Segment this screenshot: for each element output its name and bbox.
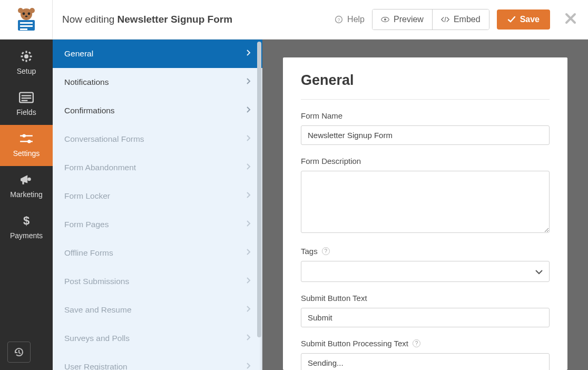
- chevron-right-icon: [246, 191, 251, 201]
- submit-text-label: Submit Button Text: [301, 294, 550, 303]
- svg-point-3: [22, 13, 25, 15]
- settings-tab-label: Surveys and Polls: [64, 334, 130, 343]
- submit-text-input[interactable]: [301, 308, 550, 327]
- svg-point-29: [22, 134, 25, 137]
- settings-card: General Form Name Form Description Tags …: [283, 57, 567, 370]
- rail-payments-label: Payments: [10, 231, 43, 240]
- history-button[interactable]: [7, 342, 31, 363]
- settings-tab-save-and-resume[interactable]: Save and Resume: [53, 296, 262, 324]
- svg-rect-9: [20, 28, 27, 30]
- rail-payments[interactable]: $ Payments: [0, 207, 53, 248]
- preview-embed-group: Preview Embed: [372, 9, 489, 30]
- svg-point-15: [24, 54, 28, 59]
- submit-processing-help-icon[interactable]: ?: [413, 339, 420, 347]
- dollar-icon: $: [19, 215, 34, 227]
- top-actions: ? Help Preview Embed Save: [335, 9, 579, 30]
- settings-tab-label: Notifications: [64, 77, 109, 87]
- svg-text:$: $: [23, 215, 30, 227]
- rail-settings-label: Settings: [13, 149, 40, 158]
- chevron-right-icon: [246, 49, 251, 59]
- settings-tab-confirmations[interactable]: Confirmations: [53, 96, 262, 125]
- settings-tab-surveys-and-polls[interactable]: Surveys and Polls: [53, 324, 262, 353]
- field-form-description: Form Description: [301, 157, 550, 235]
- preview-button[interactable]: Preview: [373, 9, 432, 30]
- rail-fields[interactable]: Fields: [0, 84, 53, 125]
- settings-tab-post-submissions[interactable]: Post Submissions: [53, 267, 262, 296]
- help-label: Help: [347, 15, 365, 24]
- wpforms-logo-icon: [13, 7, 40, 32]
- form-name-input[interactable]: [301, 125, 550, 145]
- settings-tab-label: Offline Forms: [64, 248, 113, 258]
- field-tags: Tags ?: [301, 247, 550, 282]
- form-description-input[interactable]: [301, 171, 550, 233]
- close-button[interactable]: [563, 11, 579, 28]
- chevron-right-icon: [246, 163, 251, 172]
- help-link[interactable]: ? Help: [335, 15, 365, 24]
- form-fields-icon: [19, 91, 34, 104]
- rail-marketing-label: Marketing: [10, 190, 42, 199]
- embed-button[interactable]: Embed: [432, 9, 489, 30]
- settings-tab-label: Form Pages: [64, 220, 109, 229]
- settings-tab-label: Form Locker: [64, 191, 110, 201]
- settings-tab-offline-forms[interactable]: Offline Forms: [53, 239, 262, 267]
- logo: [0, 0, 53, 40]
- rail-marketing[interactable]: Marketing: [0, 166, 53, 207]
- svg-point-2: [30, 8, 35, 13]
- chevron-right-icon: [246, 362, 251, 370]
- title-prefix: Now editing: [62, 14, 117, 25]
- form-description-label: Form Description: [301, 157, 550, 165]
- rail-setup[interactable]: Setup: [0, 43, 53, 84]
- svg-point-4: [27, 13, 30, 15]
- svg-rect-16: [26, 51, 27, 53]
- svg-rect-7: [20, 22, 33, 24]
- settings-tab-form-pages[interactable]: Form Pages: [53, 210, 262, 239]
- svg-rect-33: [22, 181, 24, 184]
- svg-rect-18: [21, 56, 23, 57]
- check-icon: [507, 15, 516, 24]
- settings-tab-label: General: [64, 49, 93, 59]
- gear-icon: [19, 50, 34, 63]
- svg-point-1: [18, 8, 23, 13]
- save-label: Save: [520, 15, 540, 24]
- card-heading: General: [301, 72, 550, 100]
- chevron-down-icon: [535, 267, 543, 276]
- history-icon: [14, 347, 24, 357]
- rail-setup-label: Setup: [17, 67, 36, 75]
- settings-subpanel: GeneralNotificationsConfirmationsConvers…: [53, 40, 262, 370]
- svg-text:?: ?: [338, 17, 340, 23]
- stage: General Form Name Form Description Tags …: [262, 40, 588, 370]
- settings-tab-form-locker[interactable]: Form Locker: [53, 182, 262, 210]
- submit-processing-label: Submit Button Processing Text: [301, 339, 408, 348]
- tags-select[interactable]: [301, 261, 550, 282]
- topbar: Now editing Newsletter Signup Form ? Hel…: [0, 0, 588, 40]
- settings-tab-notifications[interactable]: Notifications: [53, 68, 262, 96]
- svg-point-13: [384, 18, 386, 21]
- submit-processing-input[interactable]: [301, 353, 550, 370]
- sliders-icon: [19, 132, 34, 145]
- svg-rect-20: [22, 52, 24, 54]
- settings-tab-user-registration[interactable]: User Registration: [53, 353, 262, 370]
- svg-rect-32: [27, 178, 31, 181]
- settings-tab-label: Form Abandonment: [64, 163, 136, 172]
- field-form-name: Form Name: [301, 111, 550, 145]
- tags-help-icon[interactable]: ?: [322, 247, 330, 255]
- settings-tab-general[interactable]: General: [53, 40, 262, 68]
- title-form-name: Newsletter Signup Form: [117, 14, 233, 25]
- chevron-right-icon: [246, 334, 251, 343]
- settings-tab-label: Conversational Forms: [64, 134, 144, 144]
- close-icon: [565, 13, 576, 24]
- rail-fields-label: Fields: [16, 108, 36, 116]
- settings-tab-label: Confirmations: [64, 106, 115, 115]
- svg-line-14: [445, 17, 446, 22]
- svg-rect-19: [30, 56, 32, 57]
- code-icon: [441, 15, 449, 24]
- chevron-right-icon: [246, 134, 251, 144]
- subpanel-scrollbar[interactable]: [257, 42, 261, 337]
- save-button[interactable]: Save: [497, 9, 550, 30]
- settings-tab-conversational-forms[interactable]: Conversational Forms: [53, 125, 262, 153]
- svg-rect-17: [26, 60, 27, 62]
- tags-label: Tags: [301, 247, 318, 256]
- rail-settings[interactable]: Settings: [0, 125, 53, 166]
- settings-tab-form-abandonment[interactable]: Form Abandonment: [53, 153, 262, 182]
- field-submit-text: Submit Button Text: [301, 294, 550, 327]
